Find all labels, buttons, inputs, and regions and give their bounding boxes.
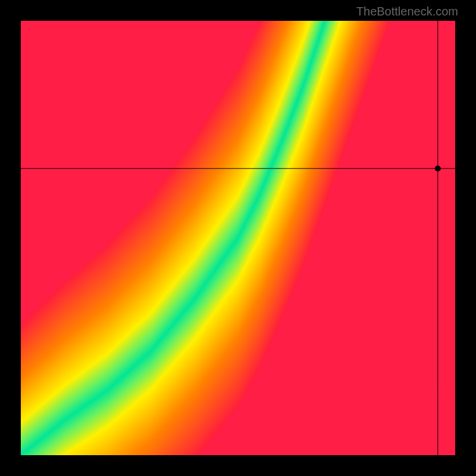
heatmap-canvas: [21, 21, 455, 455]
watermark-text: TheBottleneck.com: [356, 5, 458, 18]
heatmap-chart: [21, 21, 455, 455]
